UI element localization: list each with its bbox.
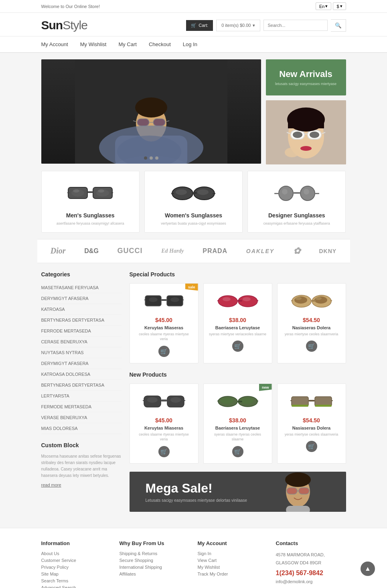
footer-contacts-title: Contacts <box>276 540 346 546</box>
add-to-cart-button[interactable]: 🛒 <box>158 346 170 357</box>
sidebar-item[interactable]: CERASE BENERUXYA <box>41 337 122 347</box>
category-mens[interactable]: Men's Sunglasses asertfasane feryuasa ce… <box>41 171 140 233</box>
add-to-cart-button[interactable]: 🛒 <box>232 341 243 352</box>
dot-3[interactable] <box>155 156 158 160</box>
womens-category-title: Women's Sunglasses <box>151 212 236 219</box>
sidebar-item[interactable]: DERYMIGYT AFASERA <box>41 358 122 369</box>
nav-checkout[interactable]: Checkout <box>149 41 171 47</box>
product-desc: syeras miertyse veriaceoles slaarne <box>209 332 267 337</box>
new-products-grid: $45.00 Keruytas Miaseras ceoles slaarne … <box>130 383 346 464</box>
footer-link-privacy[interactable]: Privacy Policy <box>41 565 111 570</box>
contact-email: info@demolink.org <box>276 579 346 584</box>
sidebar-item[interactable]: VERASE BENERUXYA <box>41 412 122 423</box>
category-designer[interactable]: Designer Sunglasses ceasymigas erfasane … <box>247 171 346 233</box>
footer-link-viewcart[interactable]: View Cart <box>198 558 268 563</box>
cart-button[interactable]: 🛒 Cart: <box>186 20 213 31</box>
hero-man-svg <box>75 59 227 164</box>
hero-woman-image[interactable] <box>266 100 346 164</box>
currency-selector[interactable]: $ ▾ <box>333 2 346 10</box>
scroll-to-top-button[interactable]: ▲ <box>361 562 375 576</box>
brands-section: Dior D&G GUCCI Ed Hardy PRADA OAKLEY ✿ D… <box>37 239 350 263</box>
hero-person-image <box>41 59 261 164</box>
nav-log-in[interactable]: Log In <box>183 41 197 47</box>
svg-point-70 <box>315 297 322 300</box>
mega-sale-subtitle: Letusats sacigy easymsases miertyase del… <box>146 498 247 503</box>
footer-link-sitemap[interactable]: Site Map <box>41 572 111 576</box>
product-name: Nasiaseras Dolera <box>282 426 341 430</box>
footer-link-about[interactable]: About Us <box>41 551 111 556</box>
product-price: $38.00 <box>209 417 267 424</box>
add-to-cart-button[interactable]: 🛒 <box>232 446 243 457</box>
logo[interactable]: SunStyle <box>41 18 87 32</box>
sidebar-item[interactable]: DERYMIGYT AFASERA <box>41 293 122 304</box>
footer-link-international[interactable]: International Shipping <box>120 565 190 570</box>
sidebar-item[interactable]: FERMODE MERTASEDA <box>41 401 122 412</box>
svg-point-17 <box>310 132 319 138</box>
footer-link-signin[interactable]: Sign In <box>198 551 268 556</box>
footer-link-secure[interactable]: Secure Shopping <box>120 558 190 563</box>
brand-dior: Dior <box>51 246 66 255</box>
footer-why-buy-title: Why Buy From Us <box>120 540 190 546</box>
mens-category-desc: asertfasane feryuasa ceasymigy! afcasera <box>48 221 133 226</box>
nav-my-account[interactable]: My Account <box>41 41 68 47</box>
svg-rect-36 <box>193 192 197 194</box>
contact-phone: 1(234) 567-9842 <box>276 570 346 577</box>
sidebar-item[interactable]: MIAS DOLORESA <box>41 423 122 434</box>
footer-link-shipping[interactable]: Shipping & Returns <box>120 551 190 556</box>
hero-main-banner[interactable] <box>41 59 261 164</box>
header-right: 🛒 Cart: 0 item(s) $0.00 ▾ 🔍 <box>186 19 346 32</box>
svg-point-47 <box>304 189 309 195</box>
footer-link-advanced[interactable]: Advanced Search <box>41 585 111 588</box>
sidebar-item[interactable]: NUYTASAS NYTRAS <box>41 347 122 358</box>
add-to-cart-button[interactable]: 🛒 <box>158 446 170 457</box>
footer-contacts-col: Contacts 4578 MARMORA ROAD, GLASGOW DD4 … <box>276 540 346 588</box>
footer-link-search[interactable]: Search Terms <box>41 578 111 583</box>
new-arrivals-title: New Arrivals <box>279 69 332 79</box>
main-content: Categories MASETFASANE FERYUASA DERYMIGY… <box>37 271 350 528</box>
product-name: Keruytas Miaseras <box>135 426 193 430</box>
search-input[interactable] <box>263 20 328 31</box>
logo-sun: Sun <box>41 18 63 32</box>
sidebar-item[interactable]: BERTYNERAS DERTYERTASA <box>41 380 122 391</box>
dot-2[interactable] <box>150 156 153 160</box>
new-arrivals-banner[interactable]: New Arrivals letusats sacigy easymsases … <box>266 59 346 95</box>
search-button[interactable]: 🔍 <box>331 19 346 32</box>
read-more-link[interactable]: read more <box>41 483 61 487</box>
product-price: $54.50 <box>282 417 341 424</box>
svg-point-46 <box>282 189 288 195</box>
svg-rect-23 <box>288 120 324 128</box>
mens-category-title: Men's Sunglasses <box>48 212 133 219</box>
sidebar-item[interactable]: BERTYNERAS DERTYERTASA <box>41 315 122 326</box>
footer-information-col: Information About Us Customer Service Pr… <box>41 540 111 588</box>
nav-my-cart[interactable]: My Cart <box>118 41 137 47</box>
product-name: Baeriasera Leruytase <box>209 325 267 330</box>
add-to-cart-button[interactable]: 🛒 <box>306 341 317 352</box>
custom-block: Custom Block Msosema haseuane anitas sef… <box>41 442 122 488</box>
mega-sale-banner[interactable]: Mega Sale! Letusats sacigy easymsases mi… <box>130 472 346 512</box>
sidebar-item[interactable]: KATROASA DOLORESA <box>41 369 122 380</box>
womens-glasses-image <box>151 179 236 207</box>
footer-link-wishlist[interactable]: My Wishlist <box>198 565 268 570</box>
designer-glasses-image <box>254 179 339 207</box>
category-womens[interactable]: Women's Sunglasses vertyertas buata yuas… <box>144 171 243 233</box>
sidebar-item[interactable]: LERTYARSTA <box>41 391 122 401</box>
product-price: $45.00 <box>135 317 193 323</box>
product-desc: syeras slaarne rtyeras ceoles slaarne <box>209 432 267 442</box>
footer-my-account-title: My Account <box>198 540 268 546</box>
sidebar-item[interactable]: FERRODE MERTASEDA <box>41 326 122 337</box>
footer: Information About Us Customer Service Pr… <box>0 528 387 588</box>
dot-1[interactable] <box>144 156 147 160</box>
nav-my-wishlist[interactable]: My Wishlist <box>80 41 107 47</box>
top-bar: Welcome to Our Online Store! En ▾ $ ▾ <box>0 0 387 13</box>
mega-sale-text: Mega Sale! Letusats sacigy easymsases mi… <box>146 481 247 503</box>
add-to-cart-button[interactable]: 🛒 <box>306 441 317 452</box>
footer-link-affiliates[interactable]: Affiliates <box>120 572 190 576</box>
sidebar-item[interactable]: MASETFASANE FERYUASA <box>41 282 122 293</box>
language-selector[interactable]: En ▾ <box>316 2 331 10</box>
footer-link-customer[interactable]: Customer Service <box>41 558 111 563</box>
product-glasses-svg <box>216 393 260 411</box>
footer-link-trackorder[interactable]: Track My Order <box>198 572 268 576</box>
sidebar-item[interactable]: KATROASA <box>41 304 122 315</box>
product-name: Baeriasera Leruytase <box>209 426 267 430</box>
svg-rect-66 <box>311 300 316 302</box>
